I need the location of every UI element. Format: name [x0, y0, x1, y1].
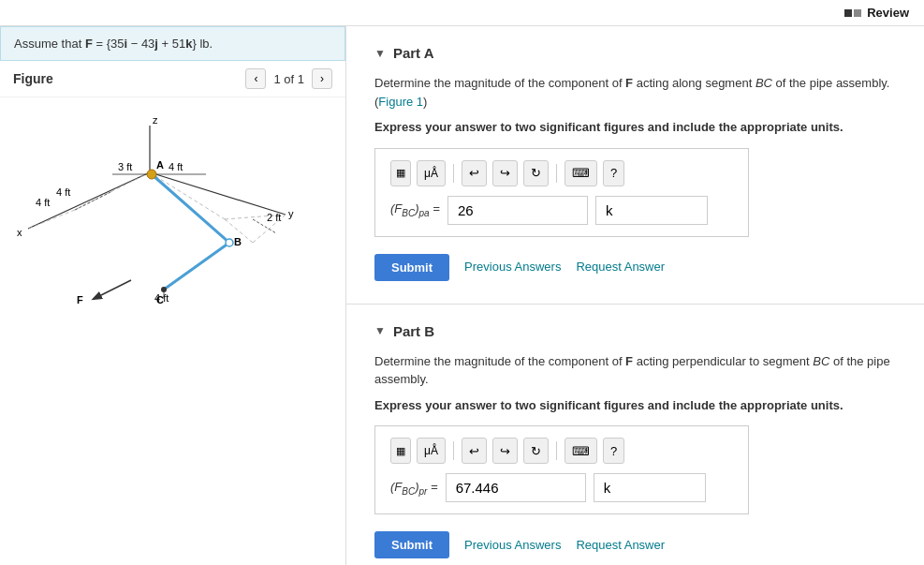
svg-text:C: C [156, 294, 164, 305]
svg-point-28 [161, 287, 167, 292]
part-a-label: Part A [393, 45, 434, 61]
part-b-body: Determine the magnitude of the component… [374, 352, 896, 559]
part-a-input-row: (FBC)pa = [390, 196, 733, 225]
redo-button-a[interactable]: ↪ [492, 160, 518, 186]
review-icon [844, 9, 861, 17]
part-a-collapse[interactable]: ▼ [374, 47, 386, 60]
part-b-prev-answers-link[interactable]: Previous Answers [464, 536, 561, 555]
part-b-answer-input[interactable] [446, 473, 586, 502]
part-b-action-row: Submit Previous Answers Request Answer [374, 531, 896, 558]
svg-text:B: B [234, 236, 242, 247]
svg-text:3 ft: 3 ft [118, 161, 132, 172]
part-b-input-label: (FBC)pr = [390, 478, 438, 498]
svg-text:2 ft: 2 ft [267, 212, 281, 223]
svg-text:x: x [17, 227, 22, 238]
mu-button-b[interactable]: μÅ [417, 438, 446, 464]
prev-page-button[interactable]: ‹ [245, 68, 266, 89]
svg-line-13 [164, 243, 229, 290]
part-b-request-answer-link[interactable]: Request Answer [576, 536, 665, 555]
part-a-answer-box: ▦ μÅ ↩ ↪ ↻ ⌨ ? (FBC)pa = [374, 148, 749, 237]
assume-box: Assume that F = {35i − 43j + 51k} lb. [0, 26, 345, 61]
part-a-toolbar: ▦ μÅ ↩ ↪ ↻ ⌨ ? [390, 160, 733, 186]
undo-button-b[interactable]: ↩ [462, 438, 487, 464]
svg-text:y: y [288, 208, 294, 219]
figure-svg: z x y 3 ft [0, 97, 318, 313]
svg-text:F: F [77, 294, 83, 305]
part-a-prev-answers-link[interactable]: Previous Answers [464, 258, 561, 276]
part-b-header: ▼ Part B [374, 323, 896, 339]
svg-line-6 [150, 172, 225, 219]
refresh-button-b[interactable]: ↻ [523, 438, 549, 464]
help-button-b[interactable]: ? [603, 438, 624, 464]
review-label: Review [867, 6, 909, 20]
keyboard-button-b[interactable]: ⌨ [565, 438, 597, 464]
part-a-input-label: (FBC)pa = [390, 200, 440, 220]
svg-line-9 [28, 210, 75, 229]
undo-button-a[interactable]: ↩ [462, 160, 487, 186]
part-b-submit-button[interactable]: Submit [374, 531, 449, 558]
next-page-button[interactable]: › [312, 68, 332, 89]
svg-text:4 ft: 4 ft [169, 161, 183, 172]
keyboard-button-a[interactable]: ⌨ [565, 160, 597, 186]
svg-text:4 ft: 4 ft [56, 186, 70, 198]
part-b-unit-input[interactable] [594, 473, 706, 502]
right-panel: ▼ Part A Determine the magnitude of the … [346, 26, 924, 565]
part-a-request-answer-link[interactable]: Request Answer [576, 258, 665, 276]
part-a-submit-button[interactable]: Submit [374, 254, 449, 281]
part-b-answer-box: ▦ μÅ ↩ ↪ ↻ ⌨ ? (FBC)pr = [374, 425, 749, 514]
part-b-collapse[interactable]: ▼ [374, 324, 386, 337]
figure-area: z x y 3 ft [0, 97, 345, 565]
matrix-button-a[interactable]: ▦ [390, 160, 411, 186]
svg-text:A: A [156, 159, 164, 171]
part-a-action-row: Submit Previous Answers Request Answer [374, 254, 896, 281]
part-a-section: ▼ Part A Determine the magnitude of the … [346, 26, 924, 305]
part-a-description: Determine the magnitude of the component… [374, 74, 896, 111]
refresh-button-a[interactable]: ↻ [523, 160, 549, 186]
left-panel: Assume that F = {35i − 43j + 51k} lb. Fi… [0, 26, 346, 565]
svg-text:z: z [153, 114, 158, 126]
part-b-section: ▼ Part B Determine the magnitude of the … [346, 305, 924, 566]
part-b-instruction: Express your answer to two significant f… [374, 396, 896, 415]
part-b-description: Determine the magnitude of the component… [374, 352, 896, 389]
separator-b1 [453, 441, 454, 460]
figure-label-bar: Figure ‹ 1 of 1 › [0, 61, 345, 97]
matrix-button-b[interactable]: ▦ [390, 438, 411, 464]
redo-button-b[interactable]: ↪ [492, 438, 518, 464]
part-b-label: Part B [393, 323, 434, 339]
top-bar: Review [0, 0, 924, 26]
part-a-unit-input[interactable] [595, 196, 708, 225]
part-a-instruction: Express your answer to two significant f… [374, 118, 896, 137]
svg-point-26 [226, 239, 233, 246]
review-button[interactable]: Review [844, 6, 909, 20]
svg-point-24 [147, 170, 156, 179]
part-a-answer-input[interactable] [447, 196, 588, 225]
part-b-toolbar: ▦ μÅ ↩ ↪ ↻ ⌨ ? [390, 438, 733, 464]
separator-a1 [453, 164, 454, 183]
pagination: ‹ 1 of 1 › [245, 68, 332, 89]
page-indicator: 1 of 1 [273, 72, 304, 86]
part-b-input-row: (FBC)pr = [390, 473, 733, 502]
part-a-body: Determine the magnitude of the component… [374, 74, 896, 281]
figure-1-link[interactable]: Figure 1 [378, 95, 423, 109]
mu-button-a[interactable]: μÅ [417, 160, 446, 186]
part-a-header: ▼ Part A [374, 45, 896, 61]
main-content: Assume that F = {35i − 43j + 51k} lb. Fi… [0, 26, 924, 565]
svg-line-4 [150, 172, 286, 215]
svg-line-30 [94, 280, 131, 299]
help-button-a[interactable]: ? [603, 160, 624, 186]
separator-a2 [556, 164, 557, 183]
svg-text:4 ft: 4 ft [36, 197, 50, 208]
figure-title: Figure [13, 71, 53, 86]
separator-b2 [556, 441, 557, 460]
